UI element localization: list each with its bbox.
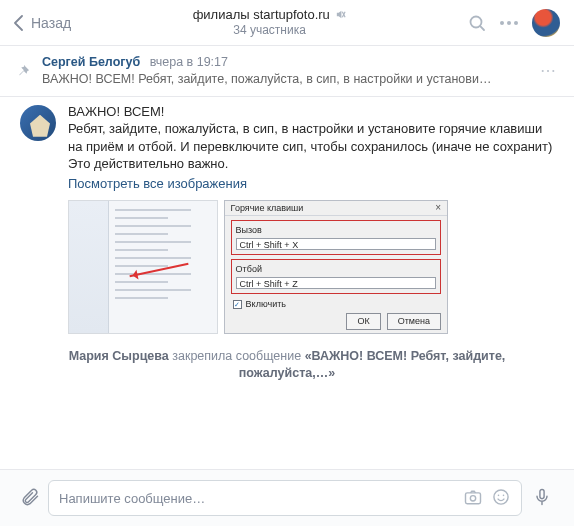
camera-icon xyxy=(463,487,483,507)
sender-avatar[interactable] xyxy=(20,105,56,141)
svg-point-6 xyxy=(494,489,508,503)
chat-title-block[interactable]: филиалы startupfoto.ru 34 участника xyxy=(71,7,468,38)
hotkey-label: Вызов xyxy=(236,224,436,236)
hotkey-value: Ctrl + Shift + X xyxy=(236,238,436,250)
svg-point-7 xyxy=(498,494,500,496)
screenshot-hotkeys-dialog: Горячие клавиши × Вызов Ctrl + Shift + X… xyxy=(224,200,448,334)
checkbox-label: Включить xyxy=(246,298,286,310)
hotkey-label: Отбой xyxy=(236,263,436,275)
more-menu-button[interactable] xyxy=(500,21,518,25)
message-line: Ребят, зайдите, пожалуйста, в сип, в нас… xyxy=(68,120,554,155)
message-line: ВАЖНО! ВСЕМ! xyxy=(68,103,554,121)
back-label: Назад xyxy=(31,15,71,31)
emoji-button[interactable] xyxy=(491,487,511,510)
checkbox-icon: ✓ xyxy=(233,300,242,309)
svg-rect-9 xyxy=(540,489,544,498)
close-icon: × xyxy=(435,201,441,215)
attach-button[interactable] xyxy=(12,487,48,510)
message-input[interactable] xyxy=(59,491,455,506)
voice-button[interactable] xyxy=(522,487,562,510)
message-line: Это действительно важно. xyxy=(68,155,554,173)
dialog-title: Горячие клавиши xyxy=(231,202,304,214)
paperclip-icon xyxy=(20,487,40,507)
chat-subtitle: 34 участника xyxy=(71,23,468,38)
muted-icon xyxy=(335,9,346,20)
pin-notice-who: Мария Сырцева xyxy=(69,349,169,363)
microphone-icon xyxy=(532,487,552,507)
hotkey-value: Ctrl + Shift + Z xyxy=(236,277,436,289)
cancel-button: Отмена xyxy=(387,313,441,329)
chevron-left-icon xyxy=(14,15,23,31)
pin-system-notice: Мария Сырцева закрепила сообщение «ВАЖНО… xyxy=(60,348,514,382)
pinned-time: вчера в 19:17 xyxy=(150,55,228,69)
pinned-author: Сергей Белогуб xyxy=(42,55,140,69)
pin-notice-action: закрепила сообщение xyxy=(172,349,301,363)
pinned-more-button[interactable]: ⋯ xyxy=(538,61,558,80)
photo-button[interactable] xyxy=(463,487,483,510)
chat-title: филиалы startupfoto.ru xyxy=(193,7,330,22)
pinned-preview: ВАЖНО! ВСЕМ! Ребят, зайдите, пожалуйста,… xyxy=(42,71,538,88)
svg-line-3 xyxy=(480,26,484,30)
avatar[interactable] xyxy=(532,9,560,37)
search-icon[interactable] xyxy=(468,14,486,32)
screenshot-left xyxy=(68,200,218,334)
see-all-images-link[interactable]: Посмотреть все изображения xyxy=(68,175,247,193)
pin-icon xyxy=(16,64,30,78)
svg-point-8 xyxy=(503,494,505,496)
smile-icon xyxy=(491,487,511,507)
back-button[interactable]: Назад xyxy=(14,15,71,31)
svg-rect-4 xyxy=(466,492,481,503)
attachment-images[interactable]: Горячие клавиши × Вызов Ctrl + Shift + X… xyxy=(68,200,448,334)
ok-button: ОК xyxy=(346,313,380,329)
svg-point-5 xyxy=(470,495,475,500)
message-body: ВАЖНО! ВСЕМ! Ребят, зайдите, пожалуйста,… xyxy=(68,103,554,335)
pinned-message[interactable]: Сергей Белогуб вчера в 19:17 ВАЖНО! ВСЕМ… xyxy=(0,46,574,97)
